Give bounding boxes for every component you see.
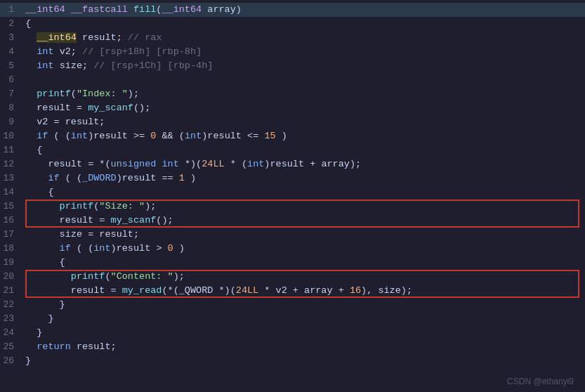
line-content-4: int v2; // [rsp+18h] [rbp-8h] (20, 45, 585, 59)
red-box-region-1: 15 printf("Size: "); 16 result = my_scan… (0, 200, 585, 228)
line-content-15: printf("Size: "); (20, 200, 585, 214)
line-num-14: 14 (0, 185, 20, 200)
line-num-1: 1 (0, 3, 20, 17)
code-line-11: 11 { (0, 143, 585, 157)
line-content-5: int size; // [rsp+1Ch] [rbp-4h] (20, 59, 585, 73)
line-num-3: 3 (0, 31, 20, 45)
code-line-26: 26 } (0, 354, 585, 368)
line-content-23: } (20, 312, 585, 326)
code-line-5: 5 int size; // [rsp+1Ch] [rbp-4h] (0, 59, 585, 73)
line-num-23: 23 (0, 312, 20, 326)
line-content-8: result = my_scanf(); (20, 101, 585, 115)
code-line-2: 2 { (0, 17, 585, 31)
line-num-15: 15 (0, 200, 20, 214)
line-content-2: { (20, 17, 585, 31)
line-content-9: v2 = result; (20, 115, 585, 129)
line-num-6: 6 (0, 73, 20, 87)
code-line-13: 13 if ( (_DWORD)result == 1 ) (0, 171, 585, 185)
line-num-7: 7 (0, 87, 20, 101)
line-num-9: 9 (0, 115, 20, 129)
line-content-17: size = result; (20, 228, 585, 242)
code-line-23: 23 } (0, 312, 585, 326)
line-num-16: 16 (0, 214, 20, 228)
line-content-26: } (20, 354, 585, 368)
code-line-15: 15 printf("Size: "); (0, 200, 585, 214)
line-num-25: 25 (0, 340, 20, 354)
code-line-1: 1 __int64 __fastcall fill(__int64 array) (0, 3, 585, 17)
line-num-26: 26 (0, 354, 20, 368)
line-num-12: 12 (0, 157, 20, 171)
code-line-17: 17 size = result; (0, 228, 585, 242)
line-content-22: } (20, 298, 585, 312)
line-content-21: result = my_read(*(_QWORD *)(24LL * v2 +… (20, 284, 585, 298)
line-num-17: 17 (0, 228, 20, 242)
code-line-16: 16 result = my_scanf(); (0, 214, 585, 228)
line-content-11: { (20, 143, 585, 157)
watermark: CSDN @ethanyi9 (507, 377, 574, 386)
line-content-24: } (20, 326, 585, 340)
code-line-19: 19 { (0, 256, 585, 270)
line-content-12: result = *(unsigned int *)(24LL * (int)r… (20, 157, 585, 171)
line-num-10: 10 (0, 129, 20, 143)
line-content-3: __int64 result; // rax (20, 31, 585, 45)
code-line-7: 7 printf("Index: "); (0, 87, 585, 101)
line-content-19: { (20, 256, 585, 270)
line-num-22: 22 (0, 298, 20, 312)
code-line-12: 12 result = *(unsigned int *)(24LL * (in… (0, 157, 585, 171)
line-num-20: 20 (0, 270, 20, 284)
code-line-3: 3 __int64 result; // rax (0, 31, 585, 45)
code-line-18: 18 if ( (int)result > 0 ) (0, 242, 585, 256)
line-num-24: 24 (0, 326, 20, 340)
code-line-10: 10 if ( (int)result >= 0 && (int)result … (0, 129, 585, 143)
code-line-22: 22 } (0, 298, 585, 312)
code-line-8: 8 result = my_scanf(); (0, 101, 585, 115)
line-content-20: printf("Content: "); (20, 270, 585, 284)
code-line-25: 25 return result; (0, 340, 585, 354)
red-box-region-2: 20 printf("Content: "); 21 result = my_r… (0, 270, 585, 298)
code-line-21: 21 result = my_read(*(_QWORD *)(24LL * v… (0, 284, 585, 298)
line-content-18: if ( (int)result > 0 ) (20, 242, 585, 256)
line-content-10: if ( (int)result >= 0 && (int)result <= … (20, 129, 585, 143)
code-line-20: 20 printf("Content: "); (0, 270, 585, 284)
line-content-14: { (20, 185, 585, 200)
line-content-7: printf("Index: "); (20, 87, 585, 101)
code-editor: 1 __int64 __fastcall fill(__int64 array)… (0, 0, 585, 371)
line-num-19: 19 (0, 256, 20, 270)
code-line-9: 9 v2 = result; (0, 115, 585, 129)
line-num-5: 5 (0, 59, 20, 73)
line-content-16: result = my_scanf(); (20, 214, 585, 228)
code-line-24: 24 } (0, 326, 585, 340)
line-num-11: 11 (0, 143, 20, 157)
line-num-8: 8 (0, 101, 20, 115)
line-num-13: 13 (0, 171, 20, 185)
code-line-6: 6 (0, 73, 585, 87)
line-content-1: __int64 __fastcall fill(__int64 array) (20, 3, 585, 17)
code-line-4: 4 int v2; // [rsp+18h] [rbp-8h] (0, 45, 585, 59)
line-content-13: if ( (_DWORD)result == 1 ) (20, 171, 585, 185)
line-content-25: return result; (20, 340, 585, 354)
line-num-4: 4 (0, 45, 20, 59)
line-num-21: 21 (0, 284, 20, 298)
line-num-18: 18 (0, 242, 20, 256)
line-num-2: 2 (0, 17, 20, 31)
code-line-14: 14 { (0, 185, 585, 200)
